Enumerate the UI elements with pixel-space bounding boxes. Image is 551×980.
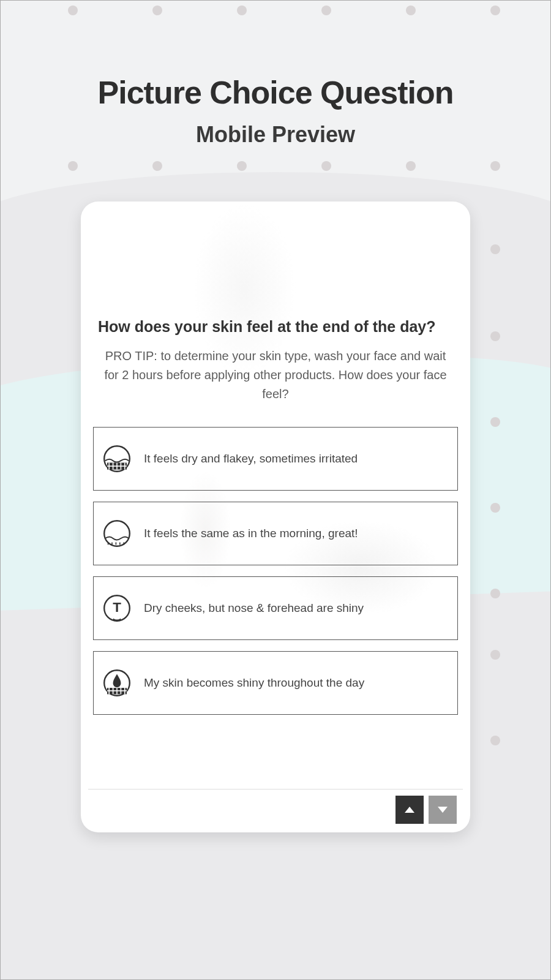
page-subtitle: Mobile Preview — [1, 122, 550, 148]
option-dry-skin[interactable]: It feels dry and flakey, sometimes irrit… — [93, 427, 458, 491]
next-button[interactable] — [429, 796, 457, 824]
prev-button[interactable] — [395, 796, 424, 824]
oily-skin-icon — [101, 667, 133, 699]
option-label: My skin becomes shiny throughout the day — [144, 676, 364, 690]
option-oily-skin[interactable]: My skin becomes shiny throughout the day — [93, 651, 458, 715]
normal-skin-icon — [101, 518, 133, 549]
footer-divider — [88, 789, 463, 790]
answer-options: It feels dry and flakey, sometimes irrit… — [92, 427, 459, 715]
option-label: Dry cheeks, but nose & forehead are shin… — [144, 601, 364, 615]
page-title: Picture Choice Question — [1, 74, 550, 111]
svg-text:T: T — [113, 600, 121, 615]
chevron-down-icon — [438, 807, 448, 813]
tzone-skin-icon: T — [101, 592, 133, 624]
option-label: It feels dry and flakey, sometimes irrit… — [144, 452, 358, 466]
chevron-up-icon — [405, 807, 414, 813]
nav-arrows — [395, 796, 457, 824]
option-label: It feels the same as in the morning, gre… — [144, 527, 358, 540]
option-normal-skin[interactable]: It feels the same as in the morning, gre… — [93, 502, 458, 565]
question-title: How does your skin feel at the end of th… — [98, 318, 453, 336]
dry-skin-icon — [101, 443, 133, 475]
question-tip: PRO TIP: to determine your skin type, wa… — [98, 347, 453, 404]
mobile-preview-card: How does your skin feel at the end of th… — [81, 202, 470, 832]
option-combination-skin[interactable]: T Dry cheeks, but nose & forehead are sh… — [93, 576, 458, 640]
